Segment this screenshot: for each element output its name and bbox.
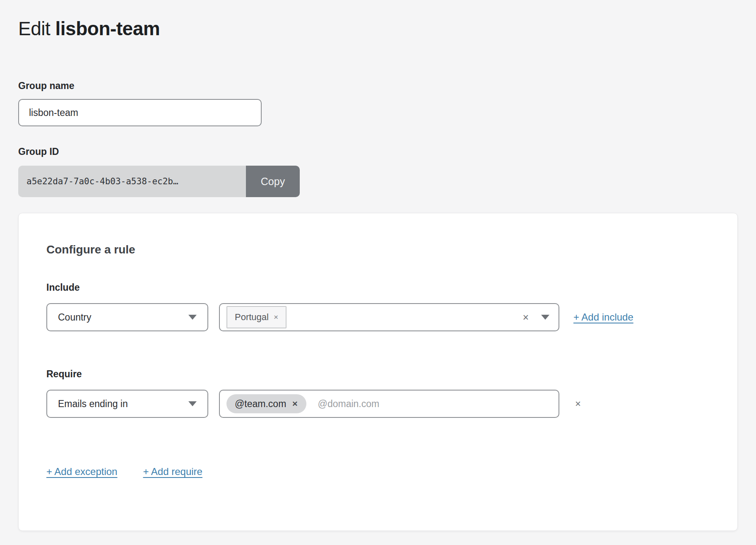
add-require-link[interactable]: + Add require (143, 466, 202, 477)
group-name-input[interactable] (18, 99, 262, 126)
remove-tag-icon[interactable]: ✕ (292, 400, 298, 408)
group-id-label: Group ID (18, 146, 738, 157)
require-rule-row: Emails ending in @team.com ✕ × (46, 390, 737, 418)
require-tag-label: @team.com (235, 398, 286, 410)
include-value-multiselect[interactable]: Portugal × × (219, 303, 559, 331)
chevron-down-icon[interactable] (541, 315, 549, 320)
include-selector-value: Country (58, 312, 91, 323)
group-id-bar: a5e22da7-7a0c-4b03-a538-ec2b… Copy (18, 166, 300, 197)
remove-tag-icon[interactable]: × (274, 313, 278, 322)
group-name-label: Group name (18, 80, 738, 92)
edit-group-page: Edit lisbon-team Group name Group ID a5e… (0, 0, 756, 531)
page-title: Edit lisbon-team (18, 17, 738, 41)
chevron-down-icon (188, 315, 197, 320)
rule-footer-links: + Add exception + Add require (46, 466, 737, 477)
configure-rule-card: Configure a rule Include Country Portuga… (18, 213, 738, 531)
require-selector-value: Emails ending in (58, 398, 128, 410)
require-email-input-box[interactable]: @team.com ✕ (219, 390, 559, 418)
include-tag-portugal: Portugal × (226, 306, 287, 328)
require-label: Require (46, 369, 737, 380)
page-title-prefix: Edit (18, 18, 55, 39)
include-selector-dropdown[interactable]: Country (46, 303, 208, 331)
add-include-link[interactable]: + Add include (573, 311, 633, 323)
include-rule-row: Country Portugal × × + Add include (46, 303, 737, 331)
email-domain-input[interactable] (317, 398, 549, 410)
add-exception-link[interactable]: + Add exception (46, 466, 117, 477)
require-selector-dropdown[interactable]: Emails ending in (46, 390, 208, 418)
copy-button[interactable]: Copy (246, 166, 300, 197)
include-tag-label: Portugal (235, 312, 269, 323)
include-label: Include (46, 282, 737, 293)
group-id-value: a5e22da7-7a0c-4b03-a538-ec2b… (18, 166, 246, 197)
clear-selection-icon[interactable]: × (522, 312, 529, 323)
card-heading: Configure a rule (46, 243, 737, 256)
page-title-group-name: lisbon-team (55, 18, 160, 39)
chevron-down-icon (188, 401, 197, 406)
require-tag-team-com: @team.com ✕ (226, 394, 306, 413)
remove-rule-row-icon[interactable]: × (575, 398, 581, 410)
